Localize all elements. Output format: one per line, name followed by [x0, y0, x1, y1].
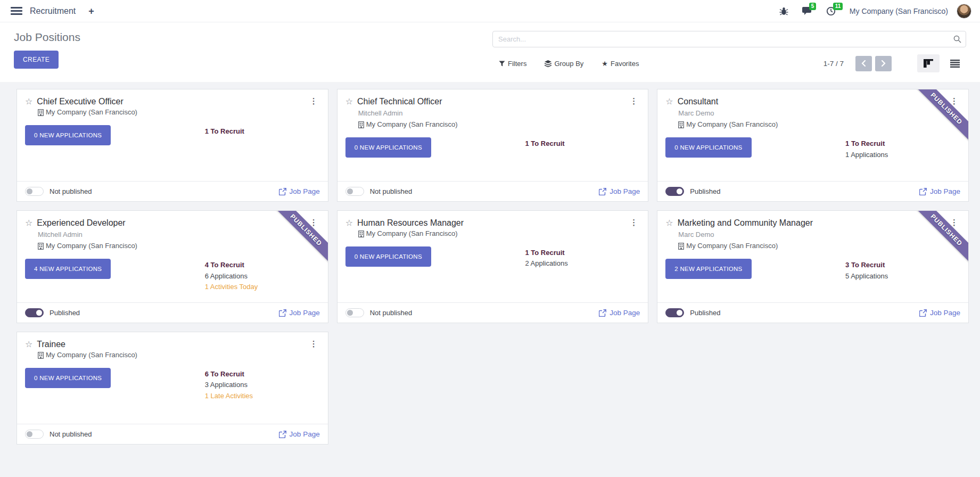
- to-recruit-stat[interactable]: 4 To Recruit: [205, 260, 320, 270]
- job-position-card[interactable]: PUBLISHED ☆ Consultant ⋮ Marc Demo My Co…: [657, 89, 969, 202]
- kebab-menu-icon[interactable]: ⋮: [628, 96, 640, 105]
- to-recruit-stat[interactable]: 1 To Recruit: [205, 126, 320, 137]
- applications-stat[interactable]: 3 Applications: [205, 380, 320, 390]
- publish-toggle[interactable]: [665, 308, 684, 317]
- apps-menu-icon[interactable]: [11, 5, 22, 17]
- job-position-card[interactable]: ☆ Chief Executive Officer ⋮ My Company (…: [17, 89, 328, 202]
- job-page-link[interactable]: Job Page: [279, 309, 320, 317]
- list-view-button[interactable]: [944, 54, 966, 72]
- kebab-menu-icon[interactable]: ⋮: [308, 96, 320, 105]
- new-applications-button[interactable]: 2 NEW APPLICATIONS: [665, 259, 751, 279]
- pager-prev-button[interactable]: [855, 56, 872, 71]
- filters-button[interactable]: Filters: [499, 60, 526, 68]
- applications-stat[interactable]: 2 Applications: [525, 258, 640, 269]
- job-position-card[interactable]: PUBLISHED ☆ Marketing and Community Mana…: [657, 210, 969, 323]
- card-stats: 6 To Recruit 3 Applications 1 Late Activ…: [205, 368, 320, 401]
- new-applications-button[interactable]: 0 NEW APPLICATIONS: [345, 137, 431, 158]
- create-button[interactable]: CREATE: [14, 51, 59, 69]
- job-page-label: Job Page: [290, 187, 320, 195]
- card-footer: Published Job Page: [657, 302, 968, 323]
- to-recruit-stat[interactable]: 6 To Recruit: [205, 369, 320, 380]
- job-title[interactable]: Consultant: [678, 96, 719, 106]
- kanban-content: ☆ Chief Executive Officer ⋮ My Company (…: [0, 82, 980, 445]
- pager-range[interactable]: 1-7 / 7: [823, 60, 844, 68]
- favorite-star-icon[interactable]: ☆: [345, 218, 353, 228]
- applications-stat[interactable]: 6 Applications: [205, 271, 320, 282]
- kebab-menu-icon[interactable]: ⋮: [308, 339, 320, 348]
- favorites-button[interactable]: ★ Favorites: [602, 60, 639, 68]
- activity-stat[interactable]: 1 Activities Today: [205, 282, 320, 292]
- external-link-icon: [279, 309, 286, 317]
- favorite-star-icon[interactable]: ☆: [25, 96, 32, 106]
- external-link-icon: [279, 188, 286, 195]
- job-title[interactable]: Trainee: [37, 339, 65, 349]
- messages-icon[interactable]: 5: [802, 6, 812, 15]
- to-recruit-stat[interactable]: 3 To Recruit: [845, 260, 960, 270]
- publish-status-label: Not published: [50, 187, 92, 195]
- publish-status-label: Not published: [370, 187, 413, 195]
- company-name: My Company (San Francisco): [46, 107, 137, 118]
- favorite-star-icon[interactable]: ☆: [25, 218, 32, 228]
- to-recruit-stat[interactable]: 1 To Recruit: [845, 138, 960, 149]
- job-page-link[interactable]: Job Page: [919, 309, 960, 317]
- publish-toggle[interactable]: [25, 308, 44, 317]
- company-switcher[interactable]: My Company (San Francisco): [850, 7, 948, 15]
- favorite-star-icon[interactable]: ☆: [665, 96, 673, 106]
- to-recruit-stat[interactable]: 1 To Recruit: [525, 138, 640, 149]
- card-footer: Not published Job Page: [17, 181, 328, 201]
- company-line: My Company (San Francisco): [38, 241, 320, 251]
- user-avatar[interactable]: [957, 4, 971, 19]
- publish-status-label: Not published: [50, 430, 92, 438]
- kanban-view-button[interactable]: [917, 54, 940, 72]
- job-position-card[interactable]: ☆ Chief Technical Officer ⋮ Mitchell Adm…: [337, 89, 649, 202]
- search-input[interactable]: [492, 31, 966, 47]
- group-by-button[interactable]: Group By: [545, 60, 583, 68]
- activity-stat[interactable]: 1 Late Activities: [205, 391, 320, 401]
- applications-stat[interactable]: 5 Applications: [845, 271, 960, 282]
- job-page-link[interactable]: Job Page: [919, 187, 960, 195]
- publish-toggle[interactable]: [25, 430, 44, 439]
- job-title[interactable]: Chief Executive Officer: [37, 96, 123, 106]
- manager-name: Marc Demo: [678, 229, 960, 240]
- external-link-icon: [919, 309, 927, 317]
- app-title[interactable]: Recruitment: [30, 6, 76, 16]
- new-applications-button[interactable]: 0 NEW APPLICATIONS: [25, 125, 111, 145]
- job-position-card[interactable]: ☆ Human Resources Manager ⋮ My Company (…: [337, 210, 649, 323]
- favorite-star-icon[interactable]: ☆: [345, 96, 353, 106]
- publish-toggle[interactable]: [345, 308, 364, 317]
- job-page-link[interactable]: Job Page: [599, 187, 640, 195]
- new-applications-button[interactable]: 0 NEW APPLICATIONS: [345, 246, 431, 267]
- publish-toggle[interactable]: [345, 187, 364, 196]
- job-title[interactable]: Experienced Developer: [37, 218, 125, 228]
- job-page-link[interactable]: Job Page: [279, 430, 320, 438]
- pager-next-button[interactable]: [875, 56, 892, 71]
- job-page-link[interactable]: Job Page: [279, 187, 320, 195]
- job-title[interactable]: Chief Technical Officer: [357, 96, 442, 106]
- filter-funnel-icon: [499, 61, 505, 67]
- job-position-card[interactable]: PUBLISHED ☆ Experienced Developer ⋮ Mitc…: [17, 210, 328, 323]
- to-recruit-stat[interactable]: 1 To Recruit: [525, 248, 640, 258]
- new-applications-button[interactable]: 0 NEW APPLICATIONS: [25, 368, 111, 388]
- card-footer: Not published Job Page: [337, 181, 648, 201]
- publish-toggle[interactable]: [25, 187, 44, 196]
- job-title[interactable]: Marketing and Community Manager: [678, 218, 813, 228]
- manager-name: Mitchell Admin: [38, 229, 320, 240]
- new-applications-button[interactable]: 4 NEW APPLICATIONS: [25, 259, 111, 279]
- job-title[interactable]: Human Resources Manager: [357, 218, 464, 228]
- publish-toggle[interactable]: [665, 187, 684, 196]
- building-icon: [358, 121, 364, 128]
- favorite-star-icon[interactable]: ☆: [665, 218, 673, 228]
- job-position-card[interactable]: ☆ Trainee ⋮ My Company (San Francisco) 0…: [17, 332, 328, 445]
- favorite-star-icon[interactable]: ☆: [25, 339, 32, 349]
- new-applications-button[interactable]: 0 NEW APPLICATIONS: [665, 137, 751, 158]
- company-line: My Company (San Francisco): [358, 228, 640, 239]
- job-page-link[interactable]: Job Page: [599, 309, 640, 317]
- search-icon[interactable]: [953, 35, 961, 45]
- debug-bug-icon[interactable]: [779, 7, 788, 15]
- company-name: My Company (San Francisco): [46, 241, 137, 251]
- kebab-menu-icon[interactable]: ⋮: [628, 218, 640, 227]
- plus-icon[interactable]: +: [88, 6, 94, 16]
- activities-clock-icon[interactable]: 11: [826, 6, 836, 16]
- publish-status-label: Published: [690, 187, 720, 195]
- applications-stat[interactable]: 1 Applications: [845, 150, 960, 160]
